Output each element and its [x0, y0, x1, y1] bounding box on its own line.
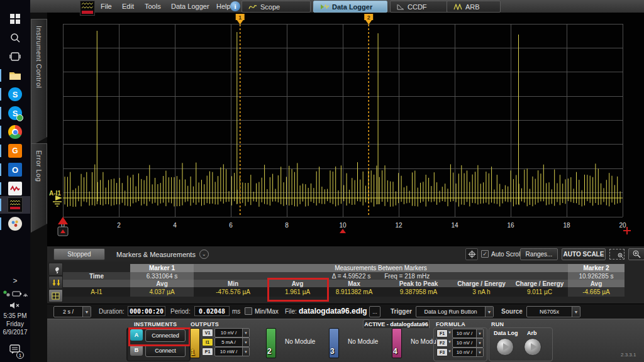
source-label: Source	[501, 308, 523, 315]
p2p-value: 9.387958 mA	[386, 287, 452, 297]
menu-data-logger[interactable]: Data Logger	[169, 0, 212, 13]
gom-icon: G	[8, 144, 22, 158]
charge1-value: 3 nA h	[452, 287, 511, 297]
tab-error-log[interactable]: Error Log	[31, 143, 47, 233]
browse-button[interactable]: ...	[369, 306, 380, 317]
trigger-time-cursor[interactable]	[58, 217, 68, 224]
zoom-in-icon	[633, 250, 641, 258]
markers-icon	[52, 279, 60, 287]
datalog-run-button[interactable]	[496, 338, 514, 356]
windows-taskbar: S S G O >	[0, 0, 30, 362]
menu-edit[interactable]: Edit	[119, 0, 136, 13]
avg-highlight-annotation	[267, 278, 329, 302]
source-dropdown[interactable]: N6705x ▼	[526, 306, 580, 317]
folder-icon	[8, 69, 22, 82]
channel3-number: 3	[330, 347, 335, 356]
app-icon	[80, 1, 95, 16]
gom-button[interactable]: G	[0, 142, 30, 160]
scope-tab-icon	[248, 4, 257, 10]
tab-instrument-control[interactable]: Instrument Control	[31, 19, 47, 146]
panel-title-row[interactable]: Markers & Measurements ⌄	[116, 250, 209, 259]
menu-file[interactable]: File	[98, 0, 114, 13]
file-explorer-button[interactable]	[0, 67, 30, 84]
f2-dropdown[interactable]: 10 nV / ▼	[452, 338, 484, 348]
tray-status-icons	[3, 289, 28, 298]
zoom-in-button[interactable]	[628, 248, 644, 260]
tray-icons[interactable]	[0, 288, 30, 299]
f1-expand-arrow[interactable]: ▼	[448, 331, 452, 334]
menu-tools[interactable]: Tools	[142, 0, 164, 13]
f2-expand-arrow[interactable]: ▼	[448, 340, 452, 344]
f1-value: 10 nV /	[453, 331, 476, 336]
paint3d-button[interactable]	[0, 215, 30, 233]
task-view-button[interactable]	[0, 48, 30, 65]
tab-ccdf[interactable]: CCDF	[390, 1, 449, 13]
side-tab-strip: Instrument Control Error Log	[30, 13, 47, 362]
ground-icon	[53, 202, 62, 206]
p1-range-dropdown[interactable]: 10 nW / ▼	[214, 347, 250, 356]
chevron-down-icon: ▼	[476, 348, 483, 356]
benchvue-app-button[interactable]	[0, 196, 30, 214]
taskbar-search-button[interactable]	[0, 29, 30, 47]
connected-highlight-annotation	[128, 327, 191, 346]
ranges-button[interactable]: Ranges...	[520, 248, 558, 260]
v1-range-dropdown[interactable]: 10 nV / ▼	[214, 328, 250, 337]
start-button[interactable]	[0, 10, 30, 28]
chrome-button[interactable]	[0, 123, 30, 141]
channel3-no-module: No Module	[348, 338, 378, 345]
tab-data-logger-label: Data Logger	[332, 3, 372, 11]
f3-tag: F3	[436, 348, 448, 356]
f3-dropdown[interactable]: 10 nV / ▼	[452, 348, 484, 357]
zoom-region-button[interactable]	[609, 249, 625, 260]
tray-expand-button[interactable]: >	[0, 275, 30, 287]
action-center-button[interactable]: 1	[0, 342, 30, 359]
auto-scale-button[interactable]: AUTO SCALE	[562, 248, 606, 260]
skype-button[interactable]: S	[0, 85, 30, 103]
io-libraries-button[interactable]	[0, 180, 30, 197]
trigger-dropdown[interactable]: Data Log Run Button ▼	[416, 306, 494, 317]
datalog-chart[interactable]: 0246810121416182012A-I1	[47, 13, 644, 246]
marker2-stat-label: Avg	[568, 280, 625, 287]
volume-mute-button[interactable]	[0, 300, 30, 310]
marker-place-button[interactable]	[465, 248, 478, 260]
arb-run-button[interactable]	[524, 338, 541, 356]
x-tick-label: 8	[285, 222, 289, 229]
chevron-down-icon[interactable]: ⌄	[199, 250, 209, 259]
auto-scroll-checkbox[interactable]: ✓	[481, 250, 489, 258]
instrument-b-connect-button[interactable]: Connect	[145, 344, 186, 357]
minmax-checkbox[interactable]	[245, 307, 252, 315]
active-file-tab[interactable]: ACTIVE - datalogdata96	[363, 319, 430, 328]
instrument-control-label: Instrument Control	[35, 26, 43, 88]
markers-button[interactable]	[48, 276, 63, 289]
instrument-panel: INSTRUMENTS A Connected B Connect OUTPUT…	[47, 319, 644, 362]
channel1-number: 1	[191, 348, 195, 357]
info-icon[interactable]: i	[230, 1, 240, 11]
skype-business-button[interactable]: S	[0, 104, 30, 122]
trace-row-label: A-I1	[63, 287, 130, 297]
tab-scope[interactable]: Scope	[242, 1, 311, 13]
tab-data-logger[interactable]: Data Logger	[313, 1, 387, 13]
auto-scroll-control[interactable]: ✓ Auto Scroll	[481, 250, 521, 258]
p1-range-value: 10 nW /	[215, 349, 242, 354]
timebase-dropdown[interactable]: 2 s / ▼	[53, 306, 91, 317]
i1-range-dropdown[interactable]: 5 mA / ▼	[214, 337, 250, 347]
tab-arb[interactable]: ARB	[447, 1, 501, 13]
menubar: File Edit Tools Data Logger Help i Scope…	[30, 0, 644, 13]
taskbar-clock[interactable]: 5:35 PM Friday 6/9/2017	[0, 310, 30, 337]
minmax-label: Min/Max	[255, 308, 279, 315]
notification-badge: 1	[16, 351, 24, 359]
x-tick-label: 20	[619, 222, 626, 229]
f1-dropdown[interactable]: 10 nV / ▼	[452, 329, 484, 338]
col-p2p-label: Peak to Peak	[386, 280, 452, 287]
minmax-control[interactable]: Min/Max	[245, 307, 279, 315]
charge2-value: 9.011 µC	[511, 287, 568, 297]
offset-cursor[interactable]	[340, 229, 346, 233]
f3-expand-arrow[interactable]: ▼	[448, 349, 452, 353]
spacer	[63, 264, 130, 272]
chevron-down-icon: ▼	[572, 307, 580, 317]
p1-tag: P1	[202, 348, 213, 356]
col-charge1-label: Charge / Energy	[452, 280, 511, 287]
measurement-settings-button[interactable]	[48, 263, 63, 276]
table-view-button[interactable]	[48, 289, 63, 302]
outlook-button[interactable]: O	[0, 161, 30, 178]
